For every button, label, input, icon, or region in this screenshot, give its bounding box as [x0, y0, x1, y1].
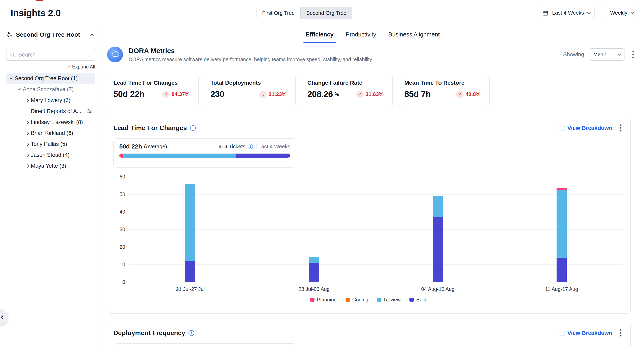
gridline [128, 177, 624, 177]
granularity-select[interactable]: Weekly [606, 7, 638, 19]
insights-app: Insights 2.0 First Org TreeSecond Org Tr… [0, 0, 644, 346]
view-breakdown-button[interactable]: View Breakdown [559, 330, 612, 336]
x-axis-label: 21 Jul-27 Jul [150, 286, 231, 292]
tree-item-second-org-tree-root-1[interactable]: Second Org Tree Root (1) [6, 73, 95, 84]
metric-card-lead-time-for-changes: Lead Time For Changes50d 22h↗84.37% [107, 74, 199, 107]
chevron-left-icon [1, 315, 5, 319]
trend-up-icon: ↗ [356, 91, 364, 98]
y-axis-label: 50 [120, 191, 125, 197]
chevron-right-icon[interactable] [24, 99, 31, 102]
chevron-right-icon[interactable] [24, 154, 31, 156]
info-icon[interactable]: i [190, 125, 196, 131]
expand-all-label: Expand All [72, 64, 95, 70]
metric-value-row: 85d 7h↗40.8% [404, 89, 483, 99]
legend-item-review[interactable]: Review [377, 297, 400, 303]
view-breakdown-button[interactable]: View Breakdown [559, 125, 612, 131]
trend-badge: ↘21.23% [259, 91, 286, 98]
chevron-down-icon[interactable] [16, 89, 23, 90]
bar-segment-build[interactable] [556, 258, 567, 282]
deployment-kebab-menu[interactable] [617, 328, 624, 338]
tab-productivity[interactable]: Productivity [340, 26, 382, 43]
tree-item-mary-lowery-6[interactable]: Mary Lowery (6) [6, 95, 95, 106]
dora-header-texts: DORA Metrics DORA metrics measure softwa… [129, 47, 373, 62]
x-axis-label: 11 Aug-17 Aug [521, 286, 602, 292]
app-title: Insights 2.0 [10, 7, 61, 18]
filter-icon[interactable] [86, 108, 92, 114]
chevron-up-icon[interactable] [90, 33, 94, 37]
metric-card-title: Mean Time To Restore [404, 80, 483, 86]
bar-segment-planning[interactable] [556, 188, 567, 190]
chart-legend: PlanningCodingReviewBuild [114, 297, 624, 303]
chevron-down-icon [630, 10, 634, 14]
lead-time-kebab-menu[interactable] [617, 123, 624, 133]
sidebar-title: Second Org Tree Root [16, 31, 80, 38]
view-breakdown-label: View Breakdown [567, 330, 612, 336]
tree-item-tony-pallas-5[interactable]: Tony Pallas (5) [6, 139, 95, 150]
gridline [128, 282, 624, 282]
chevron-right-icon[interactable] [24, 165, 31, 167]
showing-select[interactable]: Mean [589, 48, 625, 61]
gridline [128, 194, 624, 195]
bar-segment-review[interactable] [433, 196, 443, 217]
y-axis-label: 20 [120, 244, 125, 250]
gridline [128, 264, 624, 265]
trend-up-icon: ↗ [162, 91, 170, 98]
metric-value-row: 50d 22h↗84.37% [114, 89, 192, 99]
tree-item-label: Second Org Tree Root (1) [14, 75, 78, 82]
x-axis-label: 04 Aug-10 Aug [397, 286, 478, 292]
tab-efficiency[interactable]: Efficiency [300, 26, 340, 43]
dora-kebab-menu[interactable] [630, 49, 637, 60]
metric-cards-row: Lead Time For Changes50d 22h↗84.37%Total… [107, 74, 490, 107]
trend-delta-value: 31.63% [366, 91, 384, 97]
search-input[interactable] [18, 52, 92, 58]
chevron-down-icon[interactable] [8, 78, 14, 79]
metric-value-row: 230↘21.23% [210, 89, 289, 99]
chart-plot-area: 21 Jul-27 Jul28 Jul-03 Aug04 Aug-10 Aug1… [128, 177, 624, 282]
legend-item-planning[interactable]: Planning [310, 297, 336, 303]
trend-badge: ↗40.8% [456, 91, 480, 98]
chevron-right-icon[interactable] [24, 143, 31, 145]
bar-segment-build[interactable] [309, 263, 319, 282]
expand-all-button[interactable]: ↗ Expand All [66, 64, 95, 70]
tab-business-alignment[interactable]: Business Alignment [382, 26, 446, 43]
bar-segment-build[interactable] [185, 261, 196, 282]
sub-header: Second Org Tree Root EfficiencyProductiv… [0, 26, 644, 43]
y-axis-label: 10 [120, 262, 125, 267]
chevron-right-icon[interactable] [24, 121, 31, 123]
legend-item-build[interactable]: Build [410, 297, 428, 303]
org-toggle-second-org-tree[interactable]: Second Org Tree [300, 7, 352, 19]
tree-item-anna-scozzafava-7[interactable]: Anna Scozzafava (7) [6, 84, 95, 95]
lead-time-summary-card: 50d 22h (Average) 404 Tickets i | Last 4… [114, 138, 296, 168]
main-content: DORA Metrics DORA metrics measure softwa… [102, 43, 644, 346]
summary-meta: 404 Tickets i | Last 4 Weeks [218, 144, 290, 150]
tree-item-label: Jason Stead (4) [31, 152, 70, 158]
period-select[interactable]: Last 4 Weeks [538, 7, 594, 19]
bar-segment-review[interactable] [556, 190, 567, 258]
bar-segment-build[interactable] [433, 217, 443, 282]
tickets-info-icon[interactable]: i [248, 144, 253, 149]
tree-item-maya-yette-3[interactable]: Maya Yette (3) [6, 161, 95, 172]
tree-item-label: Anna Scozzafava (7) [23, 86, 74, 93]
tree-item-label: Lindsay Liszewski (8) [31, 119, 83, 125]
summary-value: 50d 22h [119, 143, 142, 150]
chevron-right-icon[interactable] [24, 132, 31, 134]
trend-down-icon: ↘ [259, 91, 266, 98]
summary-period: | Last 4 Weeks [256, 144, 290, 150]
expand-icon [559, 125, 565, 131]
tree-item-jason-stead-4[interactable]: Jason Stead (4) [6, 150, 95, 161]
tree-item-direct-reports-of-a[interactable]: Direct Reports of A... [6, 106, 95, 117]
deployment-section-header: Deployment Frequency i View Breakdown [114, 328, 624, 338]
deployment-summary-card [114, 343, 296, 346]
y-axis-label: 40 [120, 209, 125, 215]
tree-item-lindsay-liszewski-8[interactable]: Lindsay Liszewski (8) [6, 117, 95, 128]
sidebar-header: Second Org Tree Root [0, 26, 102, 43]
info-icon[interactable]: i [188, 330, 194, 336]
metric-card-value: 230 [210, 89, 224, 99]
tree-item-brian-kirkland-6[interactable]: Brian Kirkland (6) [6, 128, 95, 139]
bar-segment-review[interactable] [185, 184, 196, 261]
bar-segment-review[interactable] [309, 257, 319, 263]
metric-value-row: 208.26%↗31.63% [308, 89, 386, 99]
org-toggle-first-org-tree[interactable]: First Org Tree [256, 7, 300, 19]
trend-up-icon: ↗ [456, 91, 464, 98]
legend-item-coding[interactable]: Coding [346, 297, 368, 303]
